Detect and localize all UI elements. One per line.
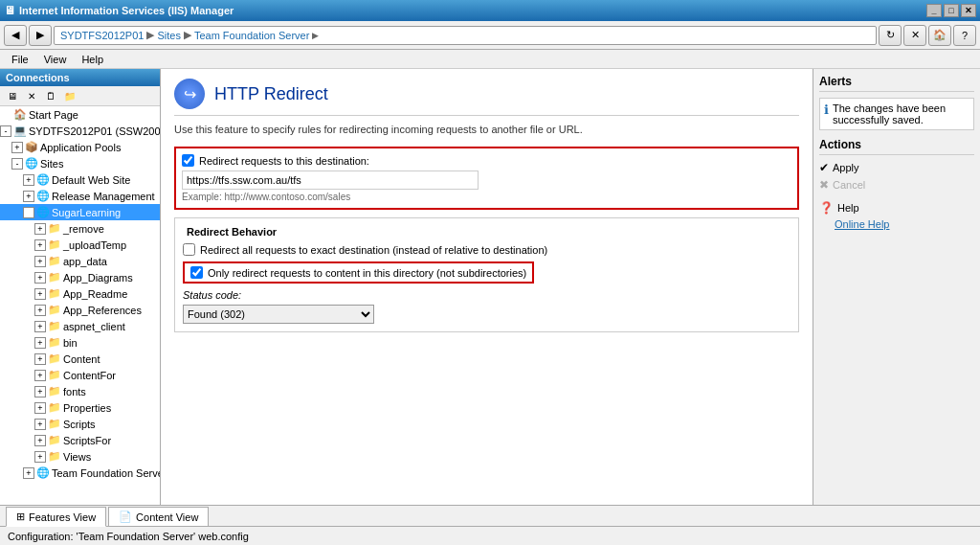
tree-item-appreferences[interactable]: + 📁 App_References xyxy=(0,302,160,318)
all-requests-checkbox[interactable] xyxy=(183,243,195,256)
tree-item-server[interactable]: - 💻 SYDTFS2012P01 (SSW2000\AdminEnc xyxy=(0,123,160,139)
fonts-icon: 📁 xyxy=(48,385,61,397)
apppools-expander[interactable]: + xyxy=(11,142,23,153)
menu-file[interactable]: File xyxy=(4,52,36,67)
appdiagrams-expander[interactable]: + xyxy=(34,272,46,284)
tree-item-views[interactable]: + 📁 Views xyxy=(0,448,160,465)
views-expander[interactable]: + xyxy=(34,451,46,463)
maximize-button[interactable]: □ xyxy=(944,4,959,17)
help-action[interactable]: ❓ Help xyxy=(819,199,974,216)
status-code-select[interactable]: Permanent (301) Found (302) Temporary (3… xyxy=(183,305,374,324)
bottom-tabs: ⊞ Features View 📄 Content View xyxy=(0,505,980,526)
tfs-expander[interactable]: + xyxy=(23,467,34,479)
tree-item-fonts[interactable]: + 📁 fonts xyxy=(0,383,160,399)
minimize-button[interactable]: _ xyxy=(926,4,942,17)
releasemgmt-expander[interactable]: + xyxy=(23,191,34,202)
appreadme-icon: 📁 xyxy=(48,287,61,300)
online-help-link[interactable]: Online Help xyxy=(835,216,974,232)
only-dir-row: Only redirect requests to content in thi… xyxy=(183,261,791,284)
apply-action[interactable]: ✔ Apply xyxy=(819,159,974,176)
apply-label: Apply xyxy=(833,162,859,173)
nav-path-server[interactable]: SYDTFS2012P01 xyxy=(60,30,144,41)
bin-expander[interactable]: + xyxy=(34,337,46,349)
sidebar-tool-remove[interactable]: ✕ xyxy=(23,88,40,103)
sidebar-tool-file[interactable]: 🗒 xyxy=(42,88,59,103)
status-code-label: Status code: xyxy=(183,289,791,301)
refresh-button[interactable]: ↻ xyxy=(879,25,902,46)
forward-button[interactable]: ▶ xyxy=(29,25,52,46)
aspnetclient-expander[interactable]: + xyxy=(34,321,46,332)
tree-item-tfs[interactable]: + 🌐 Team Foundation Server xyxy=(0,465,160,481)
redirect-url-input[interactable] xyxy=(182,170,479,190)
tree-item-bin[interactable]: + 📁 bin xyxy=(0,334,160,351)
status-bar: Configuration: 'Team Foundation Server' … xyxy=(0,526,980,545)
close-button[interactable]: ✕ xyxy=(961,4,976,17)
views-icon: 📁 xyxy=(48,450,61,463)
content-area: ↪ HTTP Redirect Use this feature to spec… xyxy=(161,69,813,505)
sugarlearning-icon: 🌐 xyxy=(36,206,50,218)
sites-expander[interactable]: - xyxy=(11,158,23,170)
nav-path-sites[interactable]: Sites xyxy=(157,30,180,41)
tree-item-appreadme[interactable]: + 📁 App_Readme xyxy=(0,285,160,302)
sidebar-tool-folder[interactable]: 📁 xyxy=(61,88,78,103)
appreferences-icon: 📁 xyxy=(48,304,61,316)
defaultweb-icon: 🌐 xyxy=(36,173,50,186)
only-dir-checkbox[interactable] xyxy=(190,266,203,279)
tree-item-uploadtemp[interactable]: + 📁 _uploadTemp xyxy=(0,237,160,253)
tree-item-remove[interactable]: + 📁 _remove xyxy=(0,220,160,237)
nav-path-tfs[interactable]: Team Foundation Server xyxy=(194,30,309,41)
alert-message: ℹ The changes have been successfully sav… xyxy=(819,98,974,130)
tab-features-view[interactable]: ⊞ Features View xyxy=(6,507,106,527)
contentfor-expander[interactable]: + xyxy=(34,370,46,381)
tree-item-appdiagrams[interactable]: + 📁 App_Diagrams xyxy=(0,269,160,285)
tree-item-aspnetclient[interactable]: + 📁 aspnet_client xyxy=(0,318,160,334)
appreferences-expander[interactable]: + xyxy=(34,305,46,316)
remove-expander[interactable]: + xyxy=(34,223,46,235)
sidebar-tool-connect[interactable]: 🖥 xyxy=(4,88,21,103)
title-bar-text: Internet Information Services (IIS) Mana… xyxy=(19,5,926,16)
scripts-expander[interactable]: + xyxy=(34,419,46,430)
menu-view[interactable]: View xyxy=(36,52,75,67)
cancel-action[interactable]: ✖ Cancel xyxy=(819,176,974,193)
tab-features-label: Features View xyxy=(29,511,96,523)
nav-path: SYDTFS2012P01 ▶ Sites ▶ Team Foundation … xyxy=(54,26,877,45)
stop-button[interactable]: ✕ xyxy=(903,25,926,46)
tree-item-sites[interactable]: - 🌐 Sites xyxy=(0,155,160,171)
tree-item-scriptsfor[interactable]: + 📁 ScriptsFor xyxy=(0,432,160,448)
tree-item-contentfor[interactable]: + 📁 ContentFor xyxy=(0,367,160,383)
fonts-expander[interactable]: + xyxy=(34,386,46,397)
server-expander[interactable]: - xyxy=(0,125,11,137)
apppools-icon: 📦 xyxy=(25,141,38,153)
defaultweb-expander[interactable]: + xyxy=(23,174,34,186)
sites-icon: 🌐 xyxy=(25,157,38,170)
uploadtemp-expander[interactable]: + xyxy=(34,239,46,251)
sugarlearning-expander[interactable]: - xyxy=(23,207,34,218)
content-expander[interactable]: + xyxy=(34,353,46,365)
tree-item-defaultweb[interactable]: + 🌐 Default Web Site xyxy=(0,171,160,188)
home-button[interactable]: 🏠 xyxy=(928,25,951,46)
tree-item-sugarlearning[interactable]: - 🌐 SugarLearning xyxy=(0,204,160,220)
uploadtemp-icon: 📁 xyxy=(48,238,61,251)
tree-item-content[interactable]: + 📁 Content xyxy=(0,351,160,367)
tab-content-view[interactable]: 📄 Content View xyxy=(108,507,209,526)
tree-item-releasemgmt[interactable]: + 🌐 Release Management xyxy=(0,188,160,204)
tree-item-scripts[interactable]: + 📁 Scripts xyxy=(0,416,160,432)
appreadme-expander[interactable]: + xyxy=(34,288,46,300)
tree-item-appdata[interactable]: + 📁 app_data xyxy=(0,253,160,269)
cancel-label: Cancel xyxy=(833,179,865,191)
menu-help[interactable]: Help xyxy=(74,52,111,67)
appdata-expander[interactable]: + xyxy=(34,256,46,267)
nav-path-dropdown[interactable]: ▶ xyxy=(312,31,319,40)
back-button[interactable]: ◀ xyxy=(4,25,27,46)
tree-item-properties[interactable]: + 📁 Properties xyxy=(0,399,160,416)
only-dir-label: Only redirect requests to content in thi… xyxy=(208,267,526,279)
redirect-dest-checkbox[interactable] xyxy=(182,154,194,167)
tree-item-apppools[interactable]: + 📦 Application Pools xyxy=(0,139,160,155)
properties-expander[interactable]: + xyxy=(34,402,46,414)
nav-right-buttons: ↻ ✕ 🏠 ? xyxy=(879,25,976,46)
feature-icon: ↪ xyxy=(174,79,205,109)
help-nav-button[interactable]: ? xyxy=(953,25,976,46)
apply-icon: ✔ xyxy=(819,161,829,174)
scriptsfor-expander[interactable]: + xyxy=(34,435,46,446)
tree-item-startpage[interactable]: 🏠 Start Page xyxy=(0,106,160,123)
